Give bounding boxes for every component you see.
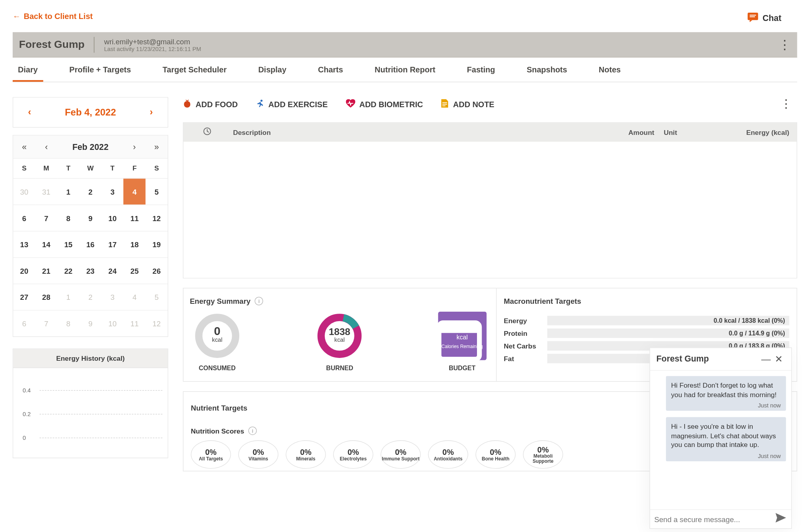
prev-month-button[interactable]: ‹	[35, 136, 57, 158]
calendar-day-cell[interactable]: 28	[35, 284, 57, 310]
calendar-day-cell[interactable]: 7	[35, 310, 57, 337]
calendar-day-cell[interactable]: 16	[79, 231, 102, 257]
calendar-day-cell[interactable]: 7	[35, 204, 57, 231]
add-exercise-button[interactable]: ADD EXERCISE	[256, 99, 328, 109]
prev-day-button[interactable]: ‹	[28, 107, 31, 118]
send-message-button[interactable]	[774, 513, 787, 525]
score-value: 0%	[537, 445, 549, 454]
score-value: 0%	[443, 447, 454, 456]
calendar-day-cell[interactable]: 18	[123, 231, 146, 257]
calendar-day-cell[interactable]: 10	[101, 204, 123, 231]
calendar-day-cell[interactable]: 27	[13, 284, 35, 310]
col-time-icon	[184, 127, 231, 138]
add-note-label: ADD NOTE	[453, 99, 494, 108]
close-chat-button[interactable]: ✕	[772, 353, 785, 365]
svg-rect-5	[443, 104, 447, 104]
macronutrient-title: Macronutrient Targets	[504, 297, 789, 305]
tab-profile-targets[interactable]: Profile + Targets	[64, 57, 136, 81]
calendar-day-cell[interactable]: 22	[57, 257, 79, 284]
next-month-button[interactable]: ›	[123, 136, 146, 158]
arrow-left-icon: ←	[13, 11, 21, 21]
tab-notes[interactable]: Notes	[594, 57, 626, 81]
calendar-day-cell[interactable]: 3	[101, 284, 123, 310]
calendar-day-cell[interactable]: 30	[13, 178, 35, 205]
next-year-button[interactable]: »	[146, 136, 168, 158]
tab-nutrition-report[interactable]: Nutrition Report	[369, 57, 441, 81]
calendar-day-cell[interactable]: 12	[146, 310, 168, 337]
calendar-day-header: W	[79, 159, 102, 178]
calendar-day-cell[interactable]: 1	[57, 284, 79, 310]
nutrition-score-item[interactable]: 0%Metaboli Supporte	[523, 440, 563, 469]
calendar-day-cell[interactable]: 2	[79, 284, 102, 310]
note-icon	[441, 99, 449, 109]
energy-history-title: Energy History (kcal)	[13, 349, 168, 368]
budget-card: 1838 kcal Calories Remaining	[438, 312, 486, 360]
calendar-day-cell[interactable]: 23	[79, 257, 102, 284]
calendar-day-cell[interactable]: 1	[57, 178, 79, 205]
nutrition-score-item[interactable]: 0%Vitamins	[238, 440, 278, 469]
calendar-day-cell[interactable]: 9	[79, 204, 102, 231]
calendar-month-label: Feb 2022	[57, 142, 123, 151]
add-food-button[interactable]: ADD FOOD	[183, 99, 238, 109]
nutrition-score-item[interactable]: 0%Minerals	[286, 440, 326, 469]
calendar-day-cell[interactable]: 5	[146, 178, 168, 205]
nutrition-score-item[interactable]: 0%Bone Health	[475, 440, 515, 469]
calendar-day-cell[interactable]: 13	[13, 231, 35, 257]
tab-diary[interactable]: Diary	[13, 57, 43, 81]
calendar-day-cell[interactable]: 20	[13, 257, 35, 284]
info-icon[interactable]: i	[255, 297, 263, 305]
prev-year-button[interactable]: «	[13, 136, 35, 158]
calendar-day-header: F	[123, 159, 146, 178]
calendar-day-cell[interactable]: 10	[101, 310, 123, 337]
calendar-day-cell[interactable]: 14	[35, 231, 57, 257]
calendar-day-cell[interactable]: 17	[101, 231, 123, 257]
tab-fasting[interactable]: Fasting	[462, 57, 500, 81]
nutrition-score-item[interactable]: 0%Electrolytes	[333, 440, 373, 469]
calendar-day-cell[interactable]: 11	[123, 310, 146, 337]
calendar-day-cell[interactable]: 3	[101, 178, 123, 205]
calendar-day-cell[interactable]: 4	[123, 178, 146, 205]
nutrition-score-item[interactable]: 0%Immune Support	[380, 440, 420, 469]
back-to-client-list-link[interactable]: ← Back to Client List	[0, 0, 93, 32]
tab-display[interactable]: Display	[253, 57, 292, 81]
calendar-day-cell[interactable]: 5	[146, 284, 168, 310]
nutrition-score-item[interactable]: 0%Antioxidants	[428, 440, 468, 469]
calendar-day-cell[interactable]: 8	[57, 310, 79, 337]
macro-label: Net Carbs	[504, 342, 547, 350]
calendar-day-cell[interactable]: 6	[13, 310, 35, 337]
col-amount: Amount	[607, 129, 654, 136]
calendar-day-header: T	[101, 159, 123, 178]
svg-text:1838: 1838	[329, 326, 351, 337]
calendar-day-cell[interactable]: 21	[35, 257, 57, 284]
next-day-button[interactable]: ›	[150, 107, 153, 118]
calendar-day-cell[interactable]: 19	[146, 231, 168, 257]
calendar-day-cell[interactable]: 12	[146, 204, 168, 231]
chat-toggle-button[interactable]: Chat	[748, 13, 782, 24]
calendar-day-cell[interactable]: 4	[123, 284, 146, 310]
minimize-chat-button[interactable]: —	[760, 354, 772, 365]
add-biometric-button[interactable]: ADD BIOMETRIC	[346, 99, 423, 109]
tab-target-scheduler[interactable]: Target Scheduler	[157, 57, 232, 81]
client-menu-button[interactable]: ⋮	[778, 37, 791, 52]
tab-charts[interactable]: Charts	[313, 57, 348, 81]
calendar-day-cell[interactable]: 24	[101, 257, 123, 284]
calendar-day-cell[interactable]: 11	[123, 204, 146, 231]
calendar-day-cell[interactable]: 6	[13, 204, 35, 231]
calendar-day-cell[interactable]: 9	[79, 310, 102, 337]
apple-icon	[183, 99, 191, 109]
calendar-day-cell[interactable]: 2	[79, 178, 102, 205]
calendar-day-cell[interactable]: 31	[35, 178, 57, 205]
calendar-day-cell[interactable]: 26	[146, 257, 168, 284]
info-icon[interactable]: i	[248, 426, 257, 435]
calendar-day-cell[interactable]: 25	[123, 257, 146, 284]
chat-message-input[interactable]	[654, 515, 774, 523]
tab-snapshots[interactable]: Snapshots	[521, 57, 572, 81]
diary-menu-button[interactable]: ⋮	[780, 97, 797, 111]
running-icon	[256, 99, 264, 109]
food-log-empty-body[interactable]	[184, 142, 797, 278]
macro-value: 0.0 g / 114.9 g (0%)	[729, 329, 785, 337]
nutrition-score-item[interactable]: 0%All Targets	[191, 440, 231, 469]
calendar-day-cell[interactable]: 8	[57, 204, 79, 231]
add-note-button[interactable]: ADD NOTE	[441, 99, 494, 109]
calendar-day-cell[interactable]: 15	[57, 231, 79, 257]
